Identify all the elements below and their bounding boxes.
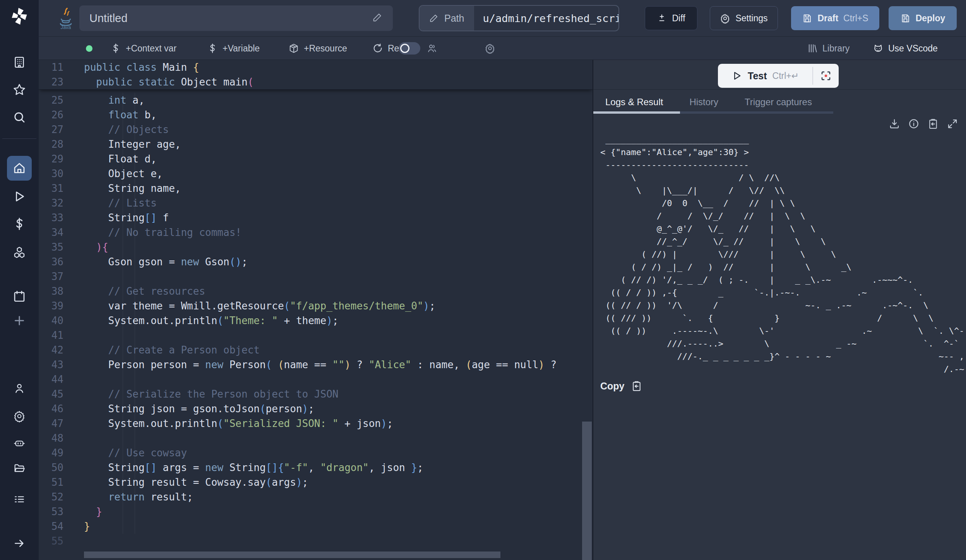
test-row: Test Ctrl+↵ xyxy=(593,60,966,90)
code-line-47[interactable]: 47 System.out.println("Serialized JSON: … xyxy=(39,416,593,431)
test-button[interactable]: Test Ctrl+↵ xyxy=(718,64,812,88)
dollar-icon xyxy=(207,43,218,54)
deploy-button[interactable]: Deploy xyxy=(889,6,957,30)
diff-mode-toggle[interactable] xyxy=(399,42,420,55)
code-line-33[interactable]: 33 String[] f xyxy=(39,210,593,225)
line-source: Integer age, xyxy=(84,138,593,150)
line-source: // Lists xyxy=(84,197,593,209)
sidebar-item-user[interactable] xyxy=(7,376,32,401)
expand-result-icon[interactable] xyxy=(947,118,958,130)
code-line-28[interactable]: 28 Integer age, xyxy=(39,137,593,152)
sidebar-item-audit-logs[interactable] xyxy=(7,487,32,512)
line-number: 45 xyxy=(39,388,84,400)
line-number: 38 xyxy=(39,285,84,297)
vscode-label: Use VScode xyxy=(888,43,938,54)
code-line-26[interactable]: 26 float b, xyxy=(39,108,593,122)
line-source: // Get resources xyxy=(84,285,593,297)
code-line-45[interactable]: 45 // Serialize the Person object to JSO… xyxy=(39,387,593,401)
result-info-icon[interactable] xyxy=(908,118,920,130)
code-editor[interactable]: 25 int a,26 float b,27 // Objects28 Inte… xyxy=(39,60,593,560)
code-line-46[interactable]: 46 String json = gson.toJson(person); xyxy=(39,401,593,416)
sidebar-item-settings[interactable] xyxy=(7,404,32,429)
active-tab-indicator xyxy=(593,111,680,114)
edit-path-button[interactable]: Path xyxy=(420,6,474,31)
code-line-42[interactable]: 42 // Create a Person object xyxy=(39,343,593,357)
code-line-53[interactable]: 53 } xyxy=(39,504,593,519)
use-vscode-button[interactable]: Use VScode xyxy=(873,37,938,60)
add-resource-button[interactable]: +Resource xyxy=(288,37,347,60)
editor-settings-button[interactable] xyxy=(485,37,495,60)
sidebar-item-schedules[interactable] xyxy=(7,284,32,309)
download-result-icon[interactable] xyxy=(889,118,900,130)
sidebar-expand-icon[interactable] xyxy=(7,531,32,556)
code-line-11[interactable]: 11public class Main { xyxy=(39,60,593,75)
tab-logs-result[interactable]: Logs & Result xyxy=(605,97,663,108)
save-icon xyxy=(802,13,812,24)
sidebar-item-workspace[interactable] xyxy=(7,50,32,75)
code-line-55[interactable]: 55 xyxy=(39,534,593,548)
code-line-51[interactable]: 51 String result = Cowsay.say(args); xyxy=(39,475,593,490)
code-line-39[interactable]: 39 var theme = Wmill.getResource("f/app_… xyxy=(39,299,593,313)
code-line-36[interactable]: 36 Gson gson = new Gson(); xyxy=(39,254,593,269)
copy-result-icon[interactable] xyxy=(927,118,939,130)
sidebar-item-variables[interactable] xyxy=(7,212,32,236)
sidebar-item-folders[interactable] xyxy=(7,456,32,481)
line-source: return result; xyxy=(84,491,593,503)
windmill-logo-icon[interactable] xyxy=(8,5,31,27)
diff-button[interactable]: Diff xyxy=(645,6,697,30)
code-line-49[interactable]: 49 // Use cowsay xyxy=(39,446,593,460)
sidebar-item-search[interactable] xyxy=(7,105,32,130)
java-language-icon: Java xyxy=(57,7,75,29)
play-icon xyxy=(731,70,742,81)
save-draft-button[interactable]: Draft Ctrl+S xyxy=(791,6,879,30)
code-line-40[interactable]: 40 System.out.println("Theme: " + theme)… xyxy=(39,313,593,328)
code-line-27[interactable]: 27 // Objects xyxy=(39,122,593,137)
horizontal-scrollbar[interactable] xyxy=(84,551,500,558)
code-line-50[interactable]: 50 String[] args = new String[]{"-f", "d… xyxy=(39,460,593,475)
sidebar-item-runs[interactable] xyxy=(7,184,32,209)
toggle-knob xyxy=(400,44,409,53)
add-variable-button[interactable]: +Variable xyxy=(207,37,260,60)
sidebar-item-home[interactable] xyxy=(7,156,32,181)
code-line-29[interactable]: 29 Float d, xyxy=(39,152,593,166)
code-line-38[interactable]: 38 // Get resources xyxy=(39,284,593,299)
code-line-43[interactable]: 43 Person person = new Person( (name == … xyxy=(39,357,593,372)
sidebar-item-add[interactable] xyxy=(7,308,32,333)
sidebar-item-favorites[interactable] xyxy=(7,77,32,102)
library-button[interactable]: Library xyxy=(807,37,850,60)
line-number: 11 xyxy=(39,61,84,73)
code-line-34[interactable]: 34 // No trailing commas! xyxy=(39,225,593,240)
code-line-54[interactable]: 54} xyxy=(39,519,593,534)
test-result-panel: Test Ctrl+↵ xyxy=(593,60,966,560)
copy-button[interactable]: Copy xyxy=(600,380,642,392)
code-line-37[interactable]: 37 xyxy=(39,269,593,284)
line-source: Float d, xyxy=(84,153,593,165)
add-context-var-button[interactable]: +Context var xyxy=(110,37,176,60)
code-line-31[interactable]: 31 String name, xyxy=(39,181,593,196)
collaborators-button[interactable] xyxy=(426,37,437,60)
settings-label: Settings xyxy=(735,13,767,24)
code-line-41[interactable]: 41 xyxy=(39,328,593,343)
sidebar-item-workers[interactable] xyxy=(7,431,32,456)
settings-button[interactable]: Settings xyxy=(710,6,778,30)
capture-test-button[interactable] xyxy=(813,64,839,88)
code-line-30[interactable]: 30 Object e, xyxy=(39,166,593,181)
code-line-25[interactable]: 25 int a, xyxy=(39,93,593,108)
vertical-scrollbar[interactable] xyxy=(582,422,592,560)
edit-title-pencil-icon[interactable] xyxy=(372,12,383,24)
code-line-48[interactable]: 48 xyxy=(39,431,593,446)
code-line-44[interactable]: 44 xyxy=(39,372,593,387)
code-line-35[interactable]: 35 ){ xyxy=(39,240,593,254)
tab-history[interactable]: History xyxy=(689,97,718,108)
path-value-input[interactable]: u/admin/refreshed_script xyxy=(474,6,619,31)
line-source: int a, xyxy=(84,94,593,106)
code-line-23[interactable]: 23 public static Object main( xyxy=(39,75,593,89)
tab-trigger-captures[interactable]: Trigger captures xyxy=(745,97,812,108)
result-actions xyxy=(889,118,958,130)
code-line-52[interactable]: 52 return result; xyxy=(39,490,593,504)
code-line-32[interactable]: 32 // Lists xyxy=(39,196,593,210)
sidebar-item-resources[interactable] xyxy=(7,240,32,265)
script-title-input[interactable]: Untitled xyxy=(79,5,393,31)
line-source: float b, xyxy=(84,109,593,121)
line-number: 42 xyxy=(39,344,84,356)
